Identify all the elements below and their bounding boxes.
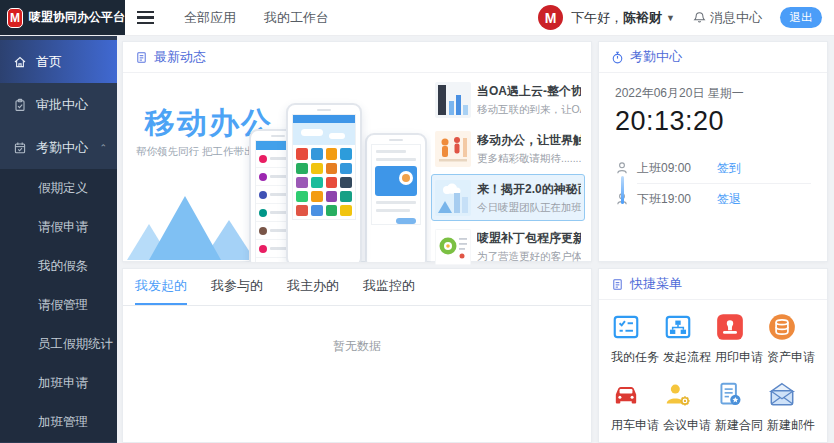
quick-item-label: 发起流程 (663, 349, 715, 366)
promo-banner[interactable]: 移动办公 帮你领先同行 把工作带出办公室 (123, 73, 431, 262)
logout-button[interactable]: 退出 (780, 7, 822, 28)
quick-item-label: 资产申请 (767, 349, 819, 366)
sidebar-subitem-holiday-definition[interactable]: 假期定义 (0, 169, 117, 208)
nav-my-workbench[interactable]: 我的工作台 (264, 9, 329, 27)
tab-hosted[interactable]: 我主办的 (287, 269, 339, 305)
chevron-down-icon: ▼ (666, 13, 675, 23)
attendance-timeline: 上班09:00 签到 下班19:00 签退 (615, 153, 811, 214)
message-center-label: 消息中心 (710, 9, 762, 27)
news-list: 当OA遇上云-整个协同OA 移动互联的到来，让OA与云 移动办公，让世界触手可 … (431, 73, 591, 262)
mountain-shape (149, 196, 221, 260)
sidebar-item-label: 考勤中心 (36, 139, 88, 157)
quick-item-label: 用印申请 (715, 349, 767, 366)
chevron-up-icon: ⌃ (99, 143, 107, 153)
user-menu[interactable]: 下午好，陈裕财 ▼ (571, 9, 675, 27)
news-thumbnail (435, 229, 471, 265)
news-item-selected[interactable]: 来！揭开2.0的神秘面纱- 今日唛盟团队正在加班加点， (431, 174, 585, 221)
check-in-link[interactable]: 签到 (717, 160, 741, 177)
quick-item-label: 会议申请 (663, 417, 715, 434)
banner-phone (365, 133, 427, 262)
news-item[interactable]: 移动办公，让世界触手可 更多精彩敬请期待........ (431, 125, 585, 172)
sidebar-submenu: 假期定义 请假申请 我的假条 请假管理 员工假期统计 加班申请 加班管理 (0, 169, 117, 442)
check-in-row: 上班09:00 签到 (615, 153, 811, 183)
quick-meeting-request[interactable]: 会议申请 (663, 380, 715, 434)
quick-item-label: 新建邮件 (767, 417, 819, 434)
banner-phone (286, 103, 362, 262)
seal-icon (715, 312, 767, 342)
news-item-subtitle: 更多精彩敬请期待........ (477, 152, 581, 166)
person-icon (615, 192, 637, 206)
quick-my-tasks[interactable]: 我的任务 (611, 312, 663, 366)
news-item-title: 移动办公，让世界触手可 (477, 132, 581, 149)
tab-participated[interactable]: 我参与的 (211, 269, 263, 305)
sidebar-subitem-overtime-management[interactable]: 加班管理 (0, 403, 117, 442)
check-out-row: 下班19:00 签退 (615, 184, 811, 214)
quick-new-contract[interactable]: 新建合同 (715, 380, 767, 434)
check-out-link[interactable]: 签退 (717, 191, 741, 208)
document-icon (135, 51, 148, 64)
sidebar-subitem-my-leave-notes[interactable]: 我的假条 (0, 247, 117, 286)
sidebar-subitem-leave-management[interactable]: 请假管理 (0, 286, 117, 325)
attendance-header: 考勤中心 (599, 42, 827, 73)
news-thumbnail (435, 82, 471, 118)
news-item[interactable]: 唛盟补丁包程序更新 为了营造更好的客户体验，唛 (431, 223, 585, 270)
news-item-title: 唛盟补丁包程序更新 (477, 230, 581, 247)
user-avatar[interactable]: M (538, 5, 563, 30)
attendance-clock: 20:13:20 (615, 106, 811, 137)
workflow-tabs-card: 我发起的 我参与的 我主办的 我监控的 暂无数据 (122, 268, 592, 443)
attendance-icon (13, 141, 27, 155)
sidebar: 首页 审批中心 考勤中心 ⌃ 假期定义 请 (0, 35, 117, 443)
sidebar-item-label: 审批中心 (36, 96, 88, 114)
tab-initiated[interactable]: 我发起的 (135, 269, 187, 305)
home-icon (13, 55, 27, 69)
menu-toggle-icon[interactable] (135, 4, 156, 31)
asset-icon (767, 312, 819, 342)
quick-item-label: 用车申请 (611, 417, 663, 434)
sidebar-subitem-employee-leave-stats[interactable]: 员工假期统计 (0, 325, 117, 364)
username: 陈裕财 (623, 9, 662, 27)
news-thumbnail (435, 131, 471, 167)
tab-monitored[interactable]: 我监控的 (363, 269, 415, 305)
quick-seal-request[interactable]: 用印申请 (715, 312, 767, 366)
app-screen: M 唛盟协同办公平台 全部应用 我的工作台 M 下午好，陈裕财 ▼ 消息中心 (0, 0, 834, 443)
nav-all-apps[interactable]: 全部应用 (184, 9, 236, 27)
header-right: M 下午好，陈裕财 ▼ 消息中心 退出 (538, 5, 834, 30)
flow-icon (663, 312, 715, 342)
app-logo: M (7, 8, 23, 28)
sidebar-subitem-overtime-request[interactable]: 加班申请 (0, 364, 117, 403)
quick-vehicle-request[interactable]: 用车申请 (611, 380, 663, 434)
approval-icon (13, 98, 27, 112)
sidebar-subitem-leave-request[interactable]: 请假申请 (0, 208, 117, 247)
card-title: 考勤中心 (630, 48, 682, 66)
quick-asset-request[interactable]: 资产申请 (767, 312, 819, 366)
quick-start-process[interactable]: 发起流程 (663, 312, 715, 366)
car-icon (611, 380, 663, 410)
empty-state-text: 暂无数据 (123, 306, 591, 355)
news-item[interactable]: 当OA遇上云-整个协同OA 移动互联的到来，让OA与云 (431, 76, 585, 123)
quick-new-mail[interactable]: 新建邮件 (767, 380, 819, 434)
sidebar-item-home[interactable]: 首页 (0, 40, 117, 83)
contract-icon (715, 380, 767, 410)
quick-menu-grid: 我的任务 发起流程 (599, 300, 827, 434)
sidebar-item-attendance-center[interactable]: 考勤中心 ⌃ (0, 126, 117, 169)
card-title: 最新动态 (154, 48, 206, 66)
person-icon (615, 161, 637, 175)
news-thumbnail (435, 180, 471, 216)
sidebar-item-label: 首页 (36, 53, 62, 71)
attendance-body: 2022年06月20日 星期一 20:13:20 上班09:00 签到 (599, 73, 827, 216)
message-center[interactable]: 消息中心 (693, 9, 762, 27)
header-nav: 全部应用 我的工作台 (184, 9, 329, 27)
news-item-subtitle: 为了营造更好的客户体验，唛 (477, 250, 581, 264)
attendance-date: 2022年06月20日 星期一 (615, 85, 811, 102)
workflow-tabs: 我发起的 我参与的 我主办的 我监控的 (123, 269, 591, 306)
check-in-label: 上班09:00 (637, 160, 717, 177)
card-title: 快捷菜单 (630, 275, 682, 293)
bell-icon (693, 11, 706, 24)
brand: M 唛盟协同办公平台 (0, 0, 125, 35)
sidebar-item-approval-center[interactable]: 审批中心 (0, 83, 117, 126)
stopwatch-icon (611, 51, 624, 64)
latest-news-body: 移动办公 帮你领先同行 把工作带出办公室 (123, 73, 591, 262)
news-item-subtitle: 移动互联的到来，让OA与云 (477, 103, 581, 117)
task-icon (611, 312, 663, 342)
news-item-title: 来！揭开2.0的神秘面纱- (477, 181, 581, 198)
